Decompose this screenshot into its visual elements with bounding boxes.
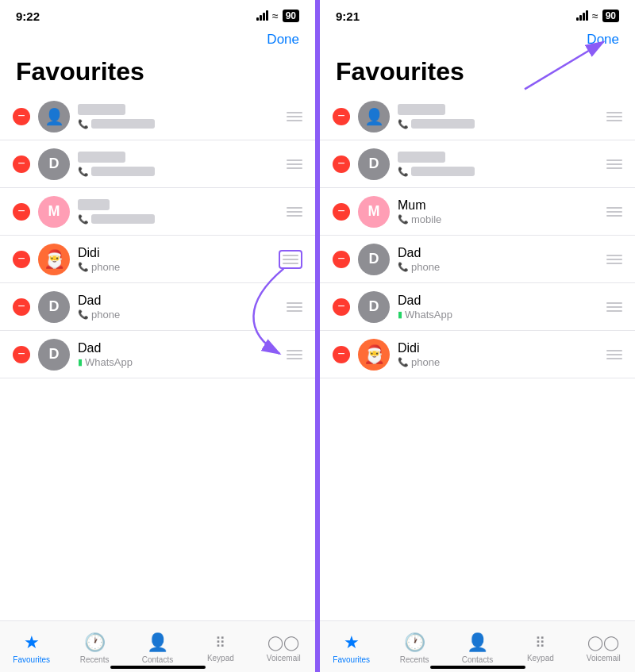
battery-icon: 90: [283, 10, 299, 22]
right-drag-handle-1[interactable]: [606, 112, 622, 121]
right-contact-info-1: 📞: [398, 104, 600, 129]
left-remove-2[interactable]: [13, 156, 30, 173]
right-drag-handle-2[interactable]: [606, 159, 622, 169]
left-done-button[interactable]: Done: [267, 32, 299, 48]
wifi-icon: ≈: [272, 10, 279, 22]
right-contact-name-3: Mum: [398, 198, 600, 213]
right-remove-5[interactable]: [333, 298, 350, 316]
right-battery-icon: 90: [602, 10, 619, 22]
right-contact-3: M Mum 📞 mobile: [320, 188, 635, 236]
left-tab-bar: ★ Favourites 🕐 Recents 👤 Contacts ⠿ Keyp…: [0, 620, 315, 672]
right-drag-handle-3[interactable]: [606, 207, 622, 217]
left-tab-contacts-label: Contacts: [142, 655, 173, 664]
right-contact-name-5: Dad: [398, 294, 600, 308]
right-tab-voicemail[interactable]: ◯◯ Voicemail: [579, 634, 627, 662]
right-contact-name-6: Didi: [398, 341, 600, 355]
left-contact-list: 👤 📞 D 📞: [0, 93, 315, 378]
right-tab-contacts[interactable]: 👤 Contacts: [453, 632, 501, 664]
right-remove-6[interactable]: [333, 346, 350, 363]
right-contact-sub-6: 📞 phone: [398, 356, 600, 368]
left-drag-handle-3[interactable]: [287, 207, 302, 217]
right-tab-favourites-label: Favourites: [333, 655, 370, 664]
right-avatar-1: 👤: [358, 101, 390, 132]
right-page-title: Favourites: [320, 54, 635, 93]
left-nav-bar: Done: [0, 29, 315, 54]
left-drag-handle-4-highlight[interactable]: [279, 250, 302, 269]
left-status-bar: 9:22 ≈ 90: [0, 0, 315, 29]
right-drag-handle-6[interactable]: [606, 350, 622, 359]
right-done-button[interactable]: Done: [587, 32, 619, 48]
left-contact-1: 👤 📞: [0, 93, 315, 140]
right-drag-handle-4[interactable]: [606, 255, 622, 264]
left-tab-favourites-icon: ★: [24, 632, 40, 653]
right-avatar-2: D: [358, 148, 390, 180]
left-contact-sub-5: 📞 phone: [78, 309, 280, 321]
right-contact-sub-2: 📞: [398, 167, 600, 177]
left-drag-handle-2[interactable]: [287, 159, 302, 169]
left-avatar-5: D: [38, 291, 70, 323]
right-contact-1: 👤 📞: [320, 93, 635, 140]
right-contact-sub-1: 📞: [398, 119, 600, 129]
right-time: 9:21: [336, 10, 360, 23]
right-contact-info-4: Dad 📞 phone: [398, 246, 600, 273]
left-contact-name-5: Dad: [78, 294, 280, 308]
right-avatar-4: D: [358, 244, 390, 275]
right-contact-name-2: [398, 152, 600, 166]
right-contact-6: 🎅 Didi 📞 phone: [320, 331, 635, 378]
left-contact-sub-3: 📞: [78, 214, 280, 225]
left-drag-handle-5[interactable]: [287, 302, 302, 312]
left-avatar-6: D: [38, 339, 70, 371]
right-tab-keypad[interactable]: ⠿ Keypad: [517, 634, 564, 662]
right-tab-favourites-icon: ★: [344, 632, 360, 653]
left-page-title: Favourites: [0, 54, 315, 93]
left-tab-voicemail-label: Voicemail: [267, 654, 301, 662]
left-remove-1[interactable]: [13, 108, 30, 125]
right-contact-4: D Dad 📞 phone: [320, 236, 635, 283]
left-home-indicator: [110, 666, 206, 669]
right-tab-recents[interactable]: 🕐 Recents: [391, 632, 438, 664]
left-tab-keypad[interactable]: ⠿ Keypad: [197, 634, 244, 662]
right-remove-1[interactable]: [333, 108, 350, 125]
left-drag-handle-1[interactable]: [287, 112, 302, 121]
left-remove-6[interactable]: [13, 346, 30, 363]
right-tab-recents-icon: 🕐: [404, 632, 425, 653]
right-contact-info-5: Dad ▮ WhatsApp: [398, 294, 600, 321]
left-tab-favourites[interactable]: ★ Favourites: [8, 632, 56, 664]
left-contact-5: D Dad 📞 phone: [0, 283, 315, 331]
right-tab-bar: ★ Favourites 🕐 Recents 👤 Contacts ⠿ Keyp…: [320, 620, 635, 672]
left-contact-info-1: 📞: [78, 104, 280, 129]
right-contact-2: D 📞: [320, 140, 635, 188]
left-remove-3[interactable]: [13, 203, 30, 221]
right-status-icons: ≈ 90: [576, 10, 619, 22]
right-tab-voicemail-label: Voicemail: [587, 654, 621, 662]
right-remove-2[interactable]: [333, 156, 350, 173]
left-phone-panel: 9:22 ≈ 90 Done Favourites 👤: [0, 0, 318, 672]
left-contact-sub-2: 📞: [78, 167, 280, 177]
right-remove-3[interactable]: [333, 203, 350, 221]
left-drag-handle-6[interactable]: [287, 350, 302, 359]
right-status-bar: 9:21 ≈ 90: [320, 0, 635, 29]
left-avatar-4: 🎅: [38, 244, 70, 275]
left-tab-voicemail[interactable]: ◯◯ Voicemail: [260, 634, 307, 662]
right-drag-handle-5[interactable]: [606, 302, 622, 312]
right-tab-keypad-icon: ⠿: [535, 634, 545, 651]
right-contact-sub-4: 📞 phone: [398, 261, 600, 273]
right-tab-favourites[interactable]: ★ Favourites: [328, 632, 375, 664]
left-remove-4[interactable]: [13, 251, 30, 268]
right-contact-sub-3: 📞 mobile: [398, 213, 600, 225]
right-avatar-6: 🎅: [358, 339, 390, 371]
right-avatar-3: M: [358, 196, 390, 228]
left-remove-5[interactable]: [13, 298, 30, 316]
right-phone-panel: 9:21 ≈ 90 Done Favourites 👤: [318, 0, 635, 672]
left-tab-contacts[interactable]: 👤 Contacts: [133, 632, 181, 664]
left-status-icons: ≈ 90: [256, 10, 299, 22]
left-tab-favourites-label: Favourites: [13, 655, 50, 664]
right-tab-recents-label: Recents: [400, 655, 429, 664]
signal-icon: [256, 11, 268, 21]
left-tab-keypad-label: Keypad: [207, 654, 234, 662]
left-contact-name-3: [78, 199, 280, 213]
left-tab-recents[interactable]: 🕐 Recents: [71, 632, 118, 664]
right-contact-sub-5: ▮ WhatsApp: [398, 309, 600, 321]
left-contact-sub-1: 📞: [78, 119, 280, 129]
right-remove-4[interactable]: [333, 251, 350, 268]
